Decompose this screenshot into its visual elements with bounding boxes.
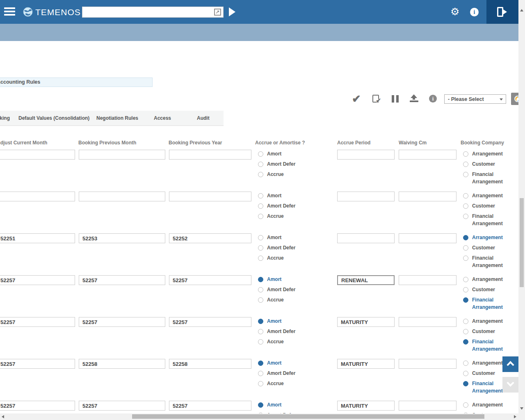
waiving-cm-input[interactable] xyxy=(399,275,457,285)
help-info-icon[interactable]: i xyxy=(470,8,479,16)
radio-circle-icon[interactable] xyxy=(463,371,468,376)
booking-previous-year-input[interactable] xyxy=(169,317,251,327)
booking-previous-month-input[interactable] xyxy=(79,150,165,160)
adjust-current-month-input[interactable] xyxy=(0,192,75,201)
accrue-period-input[interactable] xyxy=(337,401,395,411)
radio-circle-icon[interactable] xyxy=(258,402,263,408)
booking-previous-year-input[interactable] xyxy=(169,150,251,160)
radio-circle-icon[interactable] xyxy=(258,361,263,366)
waiving-cm-input[interactable] xyxy=(399,150,457,160)
radio-circle-icon[interactable] xyxy=(258,203,263,209)
hold-pause-icon[interactable] xyxy=(392,95,399,103)
booking-previous-month-input[interactable] xyxy=(79,401,165,411)
radio-circle-icon[interactable] xyxy=(258,319,263,324)
radio-circle-icon[interactable] xyxy=(258,339,263,345)
waiving-cm-input[interactable] xyxy=(399,317,457,327)
radio-circle-icon[interactable] xyxy=(463,162,468,167)
menu-icon[interactable] xyxy=(4,7,15,16)
radio-circle-icon[interactable] xyxy=(463,214,468,219)
booking-previous-month-input[interactable] xyxy=(79,275,165,285)
booking-previous-year-input[interactable] xyxy=(169,275,251,285)
settings-gear-icon[interactable]: ⚙ xyxy=(450,6,459,17)
radio-circle-icon[interactable] xyxy=(258,235,263,240)
radio-circle-icon[interactable] xyxy=(258,277,263,282)
radio-circle-icon[interactable] xyxy=(258,162,263,167)
scrollbar-right-arrow[interactable] xyxy=(514,415,516,418)
radio-circle-icon[interactable] xyxy=(463,319,468,324)
scrollbar-up-arrow[interactable] xyxy=(520,9,523,11)
horizontal-scrollbar[interactable] xyxy=(0,413,518,420)
tab-access[interactable]: Access xyxy=(154,115,171,121)
info-icon[interactable]: i xyxy=(429,95,437,103)
radio-circle-icon[interactable] xyxy=(463,329,468,334)
radio-circle-icon[interactable] xyxy=(463,339,468,345)
radio-circle-icon[interactable] xyxy=(463,151,468,157)
search-input[interactable] xyxy=(84,7,211,17)
booking-previous-year-input[interactable] xyxy=(169,192,251,201)
radio-circle-icon[interactable] xyxy=(258,329,263,334)
radio-circle-icon[interactable] xyxy=(258,245,263,251)
tab-negotiation-rules[interactable]: Negotiation Rules xyxy=(96,115,138,121)
commit-icon[interactable]: ✔ xyxy=(372,95,379,103)
radio-circle-icon[interactable] xyxy=(258,193,263,199)
sign-out-button[interactable] xyxy=(486,0,518,24)
booking-previous-year-input[interactable] xyxy=(169,233,251,243)
scroll-to-bottom-button[interactable] xyxy=(502,377,518,393)
radio-circle-icon[interactable] xyxy=(258,172,263,177)
tab-audit[interactable]: Audit xyxy=(197,115,210,121)
radio-circle-icon[interactable] xyxy=(463,361,468,366)
validate-icon[interactable]: ✔ xyxy=(352,94,361,104)
adjust-current-month-input[interactable] xyxy=(0,401,75,411)
upload-icon[interactable] xyxy=(410,94,418,103)
adjust-current-month-input[interactable] xyxy=(0,275,75,285)
radio-circle-icon[interactable] xyxy=(258,297,263,303)
radio-circle-icon[interactable] xyxy=(463,235,468,240)
radio-circle-icon[interactable] xyxy=(463,245,468,251)
booking-previous-month-input[interactable] xyxy=(79,317,165,327)
adjust-current-month-input[interactable] xyxy=(0,317,75,327)
radio-circle-icon[interactable] xyxy=(463,297,468,303)
radio-circle-icon[interactable] xyxy=(463,287,468,292)
tab-booking[interactable]: Booking xyxy=(0,115,10,121)
adjust-current-month-input[interactable] xyxy=(0,150,75,160)
accrue-period-input[interactable] xyxy=(337,192,395,201)
accrue-period-input[interactable] xyxy=(337,275,395,285)
adjust-current-month-input[interactable] xyxy=(0,359,75,369)
accrue-period-input[interactable] xyxy=(337,359,395,369)
radio-circle-icon[interactable] xyxy=(258,371,263,376)
radio-circle-icon[interactable] xyxy=(463,277,468,282)
waiving-cm-input[interactable] xyxy=(399,192,457,201)
radio-circle-icon[interactable] xyxy=(463,381,468,386)
radio-circle-icon[interactable] xyxy=(258,256,263,261)
waiving-cm-input[interactable] xyxy=(399,359,457,369)
vertical-scrollbar-thumb[interactable] xyxy=(520,198,524,287)
radio-circle-icon[interactable] xyxy=(463,172,468,177)
accrue-period-input[interactable] xyxy=(337,317,395,327)
scrollbar-down-arrow[interactable] xyxy=(520,407,523,410)
radio-circle-icon[interactable] xyxy=(463,203,468,209)
radio-circle-icon[interactable] xyxy=(463,402,468,408)
action-select-dropdown[interactable]: - Please Select xyxy=(444,94,506,104)
radio-circle-icon[interactable] xyxy=(463,193,468,199)
tab-default-values-consolidation[interactable]: Default Values (Consolidation) xyxy=(18,115,89,121)
scroll-to-top-button[interactable] xyxy=(502,356,518,372)
booking-previous-year-input[interactable] xyxy=(169,401,251,411)
radio-circle-icon[interactable] xyxy=(258,381,263,386)
radio-circle-icon[interactable] xyxy=(258,214,263,219)
booking-previous-month-input[interactable] xyxy=(79,233,165,243)
booking-previous-month-input[interactable] xyxy=(79,359,165,369)
waiving-cm-input[interactable] xyxy=(399,401,457,411)
accrue-period-input[interactable] xyxy=(337,233,395,243)
radio-circle-icon[interactable] xyxy=(258,151,263,157)
run-command-icon[interactable] xyxy=(229,7,235,16)
vertical-scrollbar[interactable] xyxy=(518,0,525,413)
radio-circle-icon[interactable] xyxy=(258,287,263,292)
radio-circle-icon[interactable] xyxy=(463,256,468,261)
waiving-cm-input[interactable] xyxy=(399,233,457,243)
search-go-icon[interactable]: ↗ xyxy=(214,9,221,16)
adjust-current-month-input[interactable] xyxy=(0,233,75,243)
scrollbar-left-arrow[interactable] xyxy=(2,415,4,418)
booking-previous-year-input[interactable] xyxy=(169,359,251,369)
accrue-period-input[interactable] xyxy=(337,150,395,160)
booking-previous-month-input[interactable] xyxy=(79,192,165,201)
